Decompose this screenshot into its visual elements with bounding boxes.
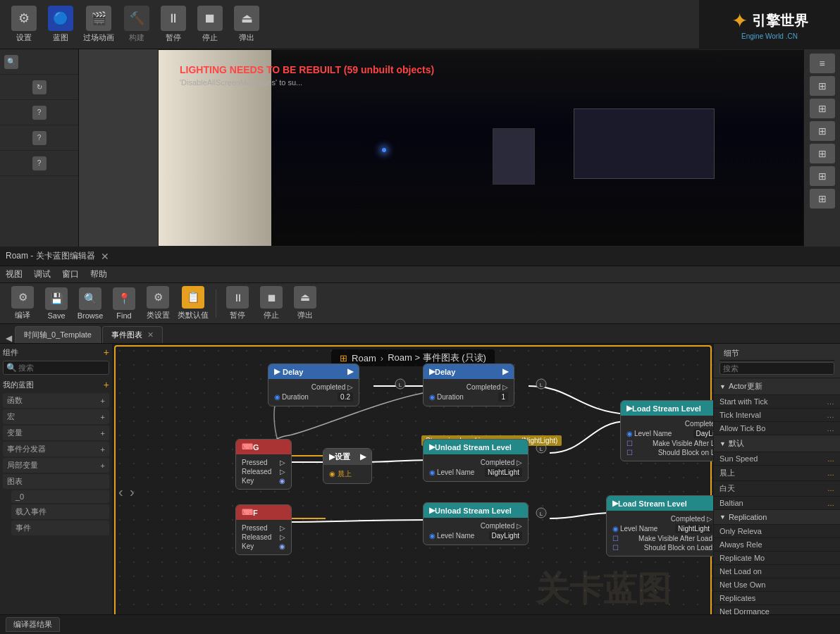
bp-close-btn[interactable]: ✕ — [101, 251, 109, 262]
bp-tab-event-graph[interactable]: 事件图表 ✕ — [102, 326, 163, 343]
bp-tool-save[interactable]: 💾 Save — [42, 287, 70, 320]
sidebar-item-variables[interactable]: 变量 + — [3, 425, 109, 440]
toolbar-item-eject[interactable]: ⏏ 弹出 — [233, 6, 261, 43]
viewport[interactable]: LIGHTING NEEDS TO BE REBUILT (59 unbuilt… — [158, 49, 840, 247]
add-blueprint-btn[interactable]: + — [104, 379, 109, 390]
node-g-title: G — [253, 443, 259, 452]
bp-menu-help[interactable]: 帮助 — [90, 268, 107, 280]
allow-tick-value: … — [827, 424, 834, 433]
sun-speed-edit[interactable]: … — [827, 455, 834, 463]
bp-canvas-area: 组件 + 🔍 我的蓝图 + 函数 + 宏 + 变量 + — [0, 344, 840, 634]
sidebar-search-input[interactable] — [18, 363, 82, 372]
left-panel-help3[interactable]: ? — [0, 151, 78, 176]
vp-btn-4[interactable]: ⊞ — [810, 121, 835, 141]
toolbar-item-settings[interactable]: ⚙ 设置 — [10, 6, 38, 43]
vp-btn-2[interactable]: ⊞ — [810, 76, 835, 96]
toolbar-item-blueprint[interactable]: 🔵 蓝图 — [47, 6, 75, 43]
left-panel-search[interactable]: 🔍 — [0, 49, 78, 75]
bp-panel-row-always-rele: Always Rele — [714, 538, 840, 552]
bp-compiler-results-tab[interactable]: 编译器结果 — [6, 617, 60, 632]
toolbar-item-pause[interactable]: ⏸ 暂停 — [159, 6, 187, 43]
bp-menu-view[interactable]: 视图 — [6, 268, 23, 280]
left-panel-help2[interactable]: ? — [0, 125, 78, 151]
unload2-levelname-value[interactable]: DayLight — [489, 531, 522, 540]
duration-value[interactable]: 0.2 — [338, 392, 353, 402]
sidebar-item-macros[interactable]: 宏 + — [3, 409, 109, 424]
left-panel-help1[interactable]: ? — [0, 100, 78, 125]
node-unload-stream2[interactable]: ▶ Unload Stream Level Completed ▷ ◉ Leve… — [423, 502, 529, 545]
load1-levelname-value[interactable]: DayLight — [693, 429, 713, 438]
unload1-levelname-value[interactable]: NightLight — [485, 468, 522, 477]
search-icon[interactable]: 🔍 — [4, 55, 18, 69]
sidebar-item-event-dispatchers[interactable]: 事件分发器 + — [3, 442, 109, 456]
bp-panel-section-replication[interactable]: ▼ Replication — [714, 510, 840, 525]
bp-connections: L L L L L — [113, 344, 713, 634]
node-f-key[interactable]: ⌨ F Pressed ▷ Released ▷ Key ◉ — [235, 504, 292, 555]
net-use-own-label: Net Use Own — [719, 580, 765, 589]
bp-tool-find[interactable]: 📍 Find — [110, 287, 138, 320]
node-g-key[interactable]: ⌨ G Pressed ▷ Released ▷ Key ◉ — [235, 439, 292, 490]
node-load-stream1[interactable]: ▶ Load Stream Level Completed ▷ ◉ Level … — [620, 400, 713, 461]
daytime-edit[interactable]: … — [827, 485, 834, 492]
bp-panel-section-defaults[interactable]: ▼ 默认 — [714, 435, 840, 452]
bp-tool-compile[interactable]: ⚙ 编译 — [8, 286, 37, 321]
bp-tool-eject2[interactable]: ⏏ 弹出 — [291, 286, 319, 321]
node-g-header: ⌨ G — [236, 440, 291, 454]
sidebar-variables-add[interactable]: + — [101, 429, 105, 437]
bp-tab-back[interactable]: ◀ — [6, 333, 12, 343]
bp-panel-row-net-use-own: Net Use Own — [714, 578, 840, 592]
add-component-btn[interactable]: + — [104, 347, 109, 358]
node-set1[interactable]: ▶ 设置 ▶ ◉ 晨上 — [323, 448, 372, 484]
sidebar-macros-add[interactable]: + — [101, 413, 105, 421]
toolbar-item-stop[interactable]: ⏹ 停止 — [196, 6, 224, 43]
sidebar-item-load-event[interactable]: 载入事件 — [11, 504, 109, 519]
bp-tool-stop2[interactable]: ⏹ 停止 — [257, 286, 285, 321]
bp-menu-window[interactable]: 窗口 — [62, 268, 79, 280]
vp-btn-3[interactable]: ⊞ — [810, 99, 835, 118]
vp-btn-1[interactable]: ≡ — [810, 54, 835, 73]
vp-btn-5[interactable]: ⊞ — [810, 144, 835, 163]
sidebar-event-dispatchers-add[interactable]: + — [101, 445, 105, 454]
baltian-edit[interactable]: … — [827, 499, 834, 507]
bp-menu-debug[interactable]: 调试 — [34, 268, 51, 280]
toolbar-item-cinematic[interactable]: 🎬 过场动画 — [83, 6, 114, 43]
bp-panel-section-actor-update[interactable]: ▼ Actor更新 — [714, 378, 840, 395]
toolbar-item-build[interactable]: 🔨 构建 — [123, 6, 151, 43]
vp-btn-7[interactable]: ⊞ — [810, 189, 835, 209]
node-load-stream2[interactable]: ▶ Load Stream Level Completed ▷ ◉ Level … — [606, 495, 713, 557]
chenshan-edit[interactable]: … — [827, 469, 834, 477]
viewport-warning: LIGHTING NEEDS TO BE REBUILT (59 unbuilt… — [180, 64, 434, 75]
svg-point-0 — [395, 379, 405, 389]
bp-tab-timeline[interactable]: 时间轴_0_Template — [15, 326, 101, 343]
bp-tool-pause2[interactable]: ⏸ 暂停 — [223, 286, 252, 321]
bp-tab-close[interactable]: ✕ — [147, 330, 154, 339]
left-panel-refresh[interactable]: ↻ — [0, 75, 78, 100]
sidebar-item-graphs[interactable]: 图表 — [3, 474, 109, 489]
sidebar-item-0[interactable]: _0 — [11, 490, 109, 503]
canvas-nav-right[interactable]: › — [130, 484, 135, 500]
canvas-nav-left[interactable]: ‹ — [118, 484, 123, 500]
load2-levelname-value[interactable]: NightLight — [675, 524, 712, 533]
bp-panel-row-start-with-tick: Start with Tick … — [714, 395, 840, 409]
bp-title: Roam - 关卡蓝图编辑器 — [6, 250, 95, 262]
vp-btn-6[interactable]: ⊞ — [810, 166, 835, 186]
details-search-input[interactable] — [719, 362, 834, 375]
sidebar-functions-add[interactable]: + — [101, 397, 105, 405]
bp-tool-defaults[interactable]: 📋 类默认值 — [178, 286, 209, 321]
find-icon: 📍 — [113, 287, 135, 310]
bp-tool-class-settings[interactable]: ⚙ 类设置 — [144, 286, 172, 321]
sidebar-item-0-label: _0 — [16, 492, 24, 501]
bp-left-sidebar: 组件 + 🔍 我的蓝图 + 函数 + 宏 + 变量 + — [0, 344, 113, 634]
node-delay2[interactable]: ▶ Delay ▶ Completed ▷ ◉ Duration 1 — [423, 363, 514, 406]
node-unload-stream1[interactable]: ▶ Unload Stream Level Completed ▷ ◉ Leve… — [423, 439, 529, 482]
sidebar-item-event[interactable]: 事件 — [11, 521, 109, 535]
sidebar-item-functions[interactable]: 函数 + — [3, 393, 109, 408]
bp-tool-browse[interactable]: 🔍 Browse — [76, 287, 104, 320]
node-delay1[interactable]: ▶ Delay ▶ Completed ▷ ◉ Duration 0.2 — [268, 363, 359, 406]
bp-canvas[interactable]: ⊞ Roam › Roam > 事件图表 (只读) ‹ › — [113, 344, 713, 634]
replicates-label: Replicates — [719, 594, 755, 602]
duration2-value[interactable]: 1 — [498, 392, 508, 402]
sidebar-item-local-variables[interactable]: 局部变量 + — [3, 458, 109, 473]
set1-exec-out: ▶ — [360, 452, 366, 461]
sidebar-local-variables-add[interactable]: + — [101, 461, 105, 470]
